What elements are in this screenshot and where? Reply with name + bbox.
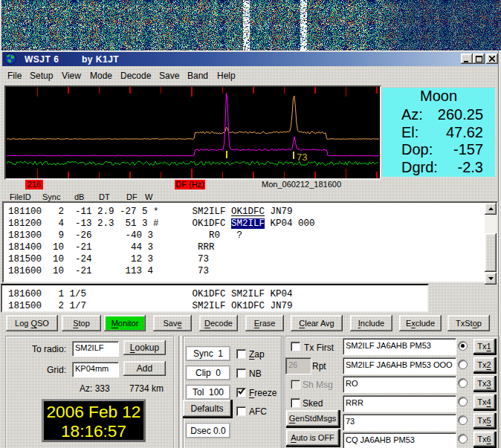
svg-text:73: 73 [297,152,307,163]
